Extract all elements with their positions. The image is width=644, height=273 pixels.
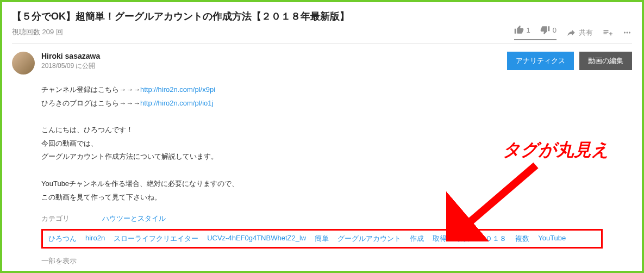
publish-date: 2018/05/09 に公開 — [41, 61, 501, 71]
tag-item[interactable]: ひろつん — [48, 234, 77, 244]
more-button[interactable] — [622, 28, 632, 38]
category-value[interactable]: ハウツーとスタイル — [102, 214, 166, 224]
like-count: 1 — [527, 26, 530, 34]
edit-video-button[interactable]: 動画の編集 — [579, 52, 632, 70]
add-to-button[interactable] — [603, 28, 612, 38]
share-label: 共有 — [579, 28, 593, 38]
avatar[interactable] — [12, 52, 35, 75]
playlist-add-icon — [603, 28, 612, 38]
thumbs-down-icon — [540, 25, 550, 35]
show-less-button[interactable]: 一部を表示 — [41, 256, 632, 266]
view-count: 視聴回数 209 回 — [12, 27, 349, 37]
channel-subscribe-link[interactable]: http://hiro2n.com/pl/x9pi — [140, 85, 215, 94]
tag-item[interactable]: 複数 — [515, 234, 529, 244]
share-button[interactable]: 共有 — [566, 28, 593, 38]
tag-item[interactable]: スローライフクリエイター — [114, 234, 198, 244]
share-icon — [566, 28, 576, 38]
tag-item[interactable]: 作成 — [410, 234, 424, 244]
like-button[interactable]: 1 — [514, 25, 530, 35]
thumbs-up-icon — [514, 25, 524, 35]
tag-item[interactable]: UCVz-4hEF0g4TNBWhetZ2_lw — [207, 234, 306, 244]
tag-item[interactable]: 簡単 — [315, 234, 329, 244]
analytics-button[interactable]: アナリティクス — [507, 52, 574, 70]
actions-bar: 1 0 共有 — [514, 25, 632, 40]
dislike-count: 0 — [553, 26, 557, 34]
video-description: チャンネル登録はこちら→→→http://hiro2n.com/pl/x9pi … — [41, 83, 632, 204]
tag-item[interactable]: YouTube — [538, 234, 566, 244]
tag-item[interactable]: グーグルアカウント — [337, 234, 401, 244]
tag-item[interactable]: 最新 — [455, 234, 470, 244]
channel-name[interactable]: Hiroki sasazawa — [41, 52, 501, 60]
tag-item[interactable]: hiro2n — [85, 234, 105, 244]
video-title: 【５分でOK】超簡単！グーグルアカウントの作成方法【２０１８年最新版】 — [12, 10, 349, 23]
tag-item[interactable]: ２０１８ — [478, 234, 507, 244]
blog-link[interactable]: http://hiro2n.com/pl/io1j — [140, 99, 213, 107]
tags-container: ひろつんhiro2nスローライフクリエイターUCVz-4hEF0g4TNBWhe… — [41, 229, 603, 249]
tag-item[interactable]: 取得 — [433, 234, 447, 244]
category-label: カテゴリ — [41, 214, 70, 224]
more-horiz-icon — [622, 28, 632, 38]
dislike-button[interactable]: 0 — [540, 25, 557, 35]
